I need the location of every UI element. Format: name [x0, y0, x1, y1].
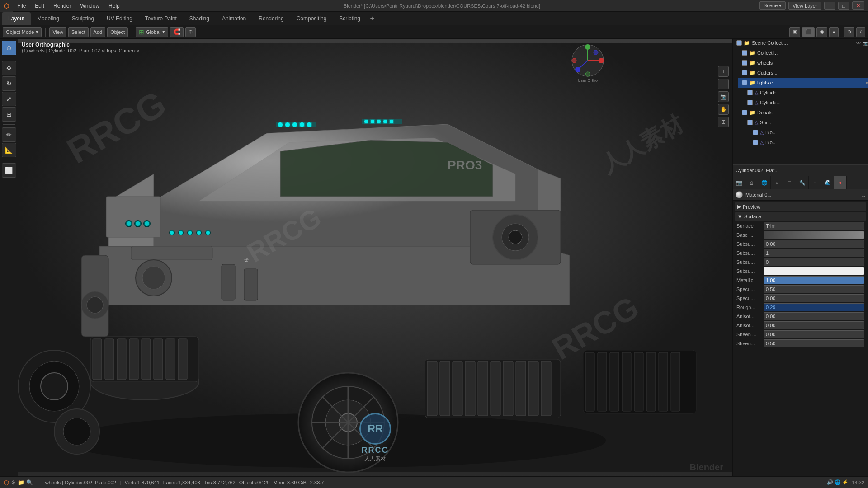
- prop-tab-particles[interactable]: ⋮: [809, 176, 821, 189]
- scale-tool[interactable]: ⤢: [2, 92, 16, 106]
- render-cam[interactable]: 📷: [863, 41, 868, 46]
- window-maximize[interactable]: □: [838, 2, 849, 10]
- prop-tab-render[interactable]: 📷: [733, 176, 745, 189]
- search-icon[interactable]: 🔍: [26, 479, 33, 486]
- oi-checkbox[interactable]: [747, 120, 753, 125]
- annotate-tool[interactable]: ✏: [2, 127, 16, 142]
- tab-shading[interactable]: Shading: [183, 12, 216, 25]
- oi-checkbox[interactable]: [742, 60, 747, 66]
- prop-tab-scene[interactable]: 🌐: [758, 176, 771, 189]
- view-layer-dropdown[interactable]: View Layer: [788, 2, 821, 10]
- add-menu[interactable]: Add: [90, 27, 106, 37]
- menu-edit[interactable]: Edit: [30, 0, 49, 11]
- tab-compositing[interactable]: Compositing: [290, 12, 333, 25]
- base-color-value[interactable]: [764, 231, 864, 239]
- settings-icon[interactable]: ⚙: [11, 479, 16, 486]
- section-surface[interactable]: ▼ Surface: [735, 212, 866, 221]
- subsurface2-value[interactable]: 1.: [764, 249, 864, 257]
- scene-dropdown[interactable]: Scene ▾: [760, 1, 786, 10]
- subsurface3-value[interactable]: 0.: [764, 258, 864, 266]
- prop-tab-material[interactable]: ●: [834, 176, 847, 189]
- tab-rendering[interactable]: Rendering: [252, 12, 290, 25]
- menu-file[interactable]: File: [13, 0, 30, 11]
- tab-animation[interactable]: Animation: [216, 12, 252, 25]
- oi-checkbox[interactable]: [753, 140, 758, 145]
- 3d-viewport[interactable]: RRCG RRCG RRCG 人人素材 User Orthographic (1…: [18, 39, 732, 476]
- oi-checkbox[interactable]: [742, 50, 747, 56]
- prop-tab-modifiers[interactable]: 🔧: [796, 176, 809, 189]
- move-tool[interactable]: ✥: [2, 61, 16, 75]
- specular-tint-value[interactable]: 0.00: [764, 294, 864, 302]
- window-minimize[interactable]: ─: [824, 2, 836, 10]
- select-menu[interactable]: Select: [68, 27, 89, 37]
- outliner-item-collection[interactable]: 📁 Collecti...: [738, 48, 868, 58]
- measure-tool[interactable]: 📐: [2, 143, 16, 157]
- tab-sculpting[interactable]: Sculpting: [66, 12, 100, 25]
- outliner-item-lights[interactable]: 📁 lights c... ●: [738, 78, 868, 88]
- material-options[interactable]: ...: [862, 192, 865, 197]
- transform-orientation[interactable]: ⊞ Global ▾: [136, 27, 168, 37]
- menu-help[interactable]: Help: [104, 0, 124, 11]
- specular-value[interactable]: 0.50: [764, 285, 864, 293]
- anisotropic-value[interactable]: 0.00: [764, 312, 864, 320]
- sheen-tint-value[interactable]: 0.50: [764, 339, 864, 347]
- prop-tab-output[interactable]: 🖨: [745, 176, 758, 189]
- oi-checkbox[interactable]: [747, 100, 753, 105]
- material-shading[interactable]: ◉: [816, 27, 827, 37]
- outliner-item-cutters[interactable]: 📁 Cutters ...: [738, 68, 868, 78]
- view-menu[interactable]: View: [49, 27, 66, 37]
- oi-checkbox[interactable]: [747, 90, 753, 95]
- prop-tab-object[interactable]: □: [783, 176, 796, 189]
- viewport-gizmo-svg[interactable]: [570, 42, 606, 79]
- outliner-item-cylinder2[interactable]: △ Cylinde...: [744, 98, 868, 108]
- menu-window[interactable]: Window: [75, 0, 104, 11]
- tab-uv-editing[interactable]: UV Editing: [100, 12, 139, 25]
- outliner-item-blo2[interactable]: △ Blo...: [749, 137, 868, 147]
- object-menu[interactable]: Object: [107, 27, 128, 37]
- outliner-item-cylinder1[interactable]: △ Cylinde...: [744, 88, 868, 98]
- grid-view-btn[interactable]: ⊞: [718, 117, 729, 127]
- menu-render[interactable]: Render: [49, 0, 75, 11]
- transform-tool[interactable]: ⊞: [2, 107, 16, 122]
- camera-view-btn[interactable]: 📷: [718, 91, 729, 102]
- zoom-out-btn[interactable]: −: [718, 79, 729, 89]
- window-close[interactable]: ✕: [852, 1, 864, 10]
- rendered-shading[interactable]: ●: [829, 27, 839, 37]
- section-preview[interactable]: ▶ Preview: [735, 202, 866, 211]
- anisotropic-rot-value[interactable]: 0.00: [764, 321, 864, 329]
- blender-icon[interactable]: ⬡: [4, 479, 9, 486]
- oi-checkbox[interactable]: [736, 40, 742, 46]
- outliner-item-blo1[interactable]: △ Blo...: [749, 127, 868, 137]
- visibility-eye[interactable]: 👁: [856, 41, 861, 46]
- object-mode-dropdown[interactable]: Object Mode ▾: [3, 27, 42, 37]
- tab-layout[interactable]: Layout: [2, 12, 31, 25]
- oi-checkbox[interactable]: [742, 110, 747, 115]
- zoom-in-btn[interactable]: +: [718, 66, 729, 77]
- proportional-editing[interactable]: ⊙: [185, 27, 196, 37]
- sheen-value[interactable]: 0.00: [764, 330, 864, 338]
- prop-tab-physics[interactable]: 🌊: [821, 176, 834, 189]
- tab-scripting[interactable]: Scripting: [333, 12, 367, 25]
- roughness-value[interactable]: 0.29: [764, 303, 864, 311]
- tab-texture-paint[interactable]: Texture Paint: [139, 12, 183, 25]
- oi-checkbox[interactable]: [753, 130, 758, 135]
- outliner-item-decals[interactable]: 📁 Decals: [738, 108, 868, 117]
- oi-checkbox[interactable]: [742, 80, 747, 85]
- tab-modeling[interactable]: Modeling: [31, 12, 66, 25]
- subsurface-color-value[interactable]: [764, 267, 864, 275]
- prop-tab-world[interactable]: ○: [771, 176, 783, 189]
- subsurface-value[interactable]: 0.00: [764, 240, 864, 248]
- oi-checkbox[interactable]: [742, 70, 747, 75]
- wireframe-shading[interactable]: ▣: [789, 27, 800, 37]
- folder-icon[interactable]: 📁: [18, 479, 24, 486]
- gizmo-toggle[interactable]: ☇: [856, 27, 865, 37]
- rotate-tool[interactable]: ↻: [2, 76, 16, 91]
- add-cube-tool[interactable]: ⬜: [2, 163, 16, 178]
- outliner-item-wheels[interactable]: 📁 wheels: [738, 58, 868, 68]
- outliner-item-sui[interactable]: △ Sui...: [744, 117, 868, 127]
- surface-type-value[interactable]: Trim: [764, 222, 864, 230]
- outliner-item-scene-collection[interactable]: 📁 Scene Collecti... 👁 📷: [733, 38, 868, 48]
- overlay-toggle[interactable]: ⊕: [844, 27, 854, 37]
- solid-shading[interactable]: ⬛: [802, 27, 815, 37]
- snap-button[interactable]: 🧲: [170, 27, 184, 37]
